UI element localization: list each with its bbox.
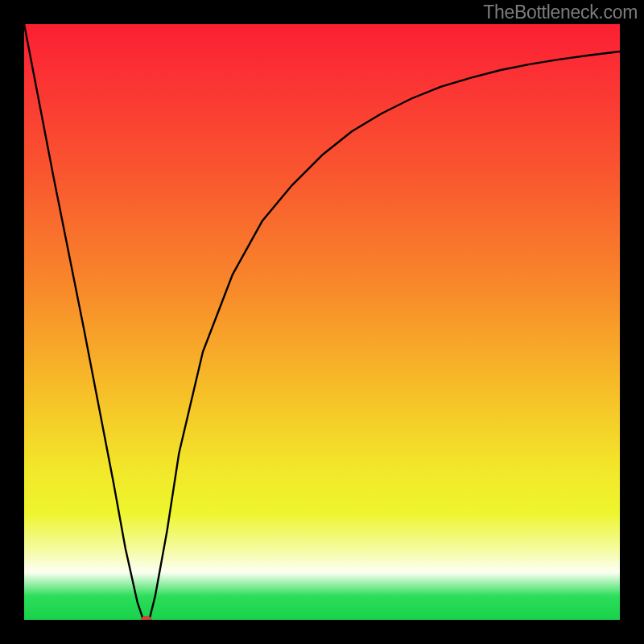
watermark-text: TheBottleneck.com bbox=[483, 2, 638, 23]
chart-frame: TheBottleneck.com bbox=[0, 0, 644, 644]
bottleneck-curve bbox=[24, 24, 620, 620]
plot-area bbox=[24, 24, 620, 620]
